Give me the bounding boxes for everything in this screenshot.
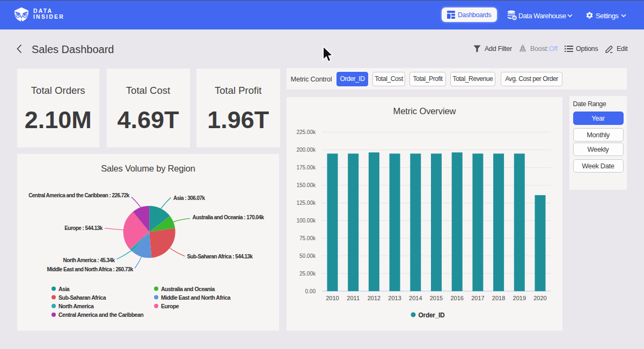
- svg-text:Australia and Oceania: Australia and Oceania: [161, 286, 215, 292]
- svg-text:2017: 2017: [471, 295, 484, 301]
- svg-text:Central America and the Caribb: Central America and the Caribbean : 226.…: [28, 192, 130, 198]
- svg-text:Middle East and North Africa: Middle East and North Africa: [161, 294, 231, 301]
- svg-text:2014: 2014: [409, 295, 422, 301]
- svg-text:North America: North America: [58, 303, 94, 309]
- svg-text:Central America and the Caribb: Central America and the Caribbean: [58, 311, 143, 318]
- svg-text:2010: 2010: [326, 295, 339, 301]
- svg-text:Sub-Saharan Africa : 544.13k: Sub-Saharan Africa : 544.13k: [187, 254, 253, 259]
- svg-text:Sub-Saharan Africa: Sub-Saharan Africa: [58, 294, 106, 301]
- svg-text:150.00k: 150.00k: [296, 182, 316, 188]
- svg-text:North America : 45.34k: North America : 45.34k: [63, 257, 115, 263]
- svg-text:Asia : 306.07k: Asia : 306.07k: [173, 195, 205, 201]
- svg-text:Australia and Oceania : 170.04: Australia and Oceania : 170.04k: [193, 214, 265, 220]
- svg-text:225.00k: 225.00k: [296, 129, 316, 135]
- svg-text:0.00: 0.00: [305, 288, 316, 294]
- svg-text:2019: 2019: [513, 295, 526, 301]
- svg-text:Europe : 544.13k: Europe : 544.13k: [64, 225, 103, 231]
- svg-text:Asia: Asia: [58, 286, 70, 292]
- svg-text:2018: 2018: [492, 295, 505, 301]
- svg-text:100.00k: 100.00k: [296, 218, 316, 224]
- svg-text:Order_ID: Order_ID: [419, 311, 445, 319]
- svg-text:2013: 2013: [388, 295, 401, 301]
- svg-text:125.00k: 125.00k: [296, 200, 316, 206]
- svg-text:2011: 2011: [347, 295, 360, 301]
- svg-text:200.00k: 200.00k: [296, 147, 316, 153]
- svg-text:2016: 2016: [450, 295, 463, 301]
- svg-text:2015: 2015: [430, 295, 443, 301]
- svg-text:50.00k: 50.00k: [299, 253, 316, 259]
- svg-text:Europe: Europe: [161, 303, 179, 309]
- svg-text:2020: 2020: [533, 295, 546, 301]
- svg-text:175.00k: 175.00k: [296, 165, 316, 170]
- svg-text:2012: 2012: [368, 295, 380, 301]
- svg-text:75.00k: 75.00k: [299, 235, 316, 241]
- svg-text:25.00k: 25.00k: [299, 271, 316, 277]
- svg-text:Middle East and North Africa :: Middle East and North Africa : 260.73k: [47, 266, 133, 272]
